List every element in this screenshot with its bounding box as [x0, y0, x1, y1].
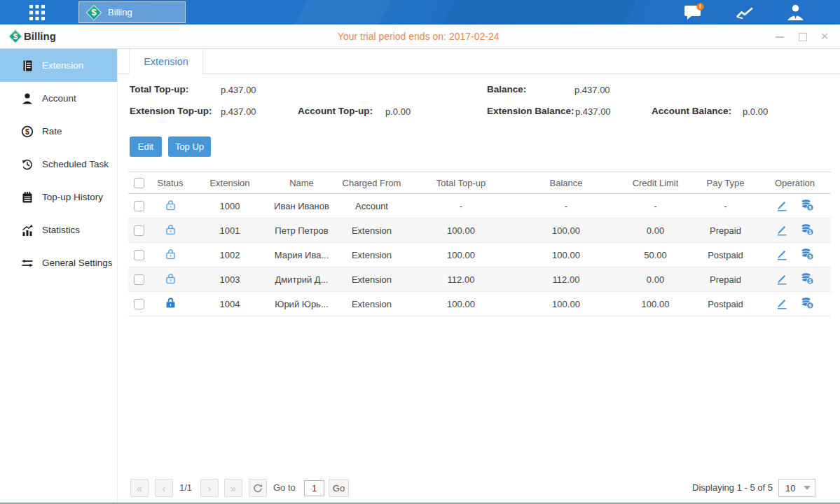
table-header-row: Status Extension Name Charged From Total…: [128, 172, 831, 194]
row-checkbox[interactable]: [134, 225, 144, 236]
sidebar-item-topup-history[interactable]: Top-up History: [0, 181, 117, 214]
next-page-button[interactable]: ›: [200, 479, 219, 497]
maximize-icon[interactable]: [797, 31, 808, 42]
taskbar-tab-billing[interactable]: $ Billing: [78, 1, 186, 23]
edit-button[interactable]: Edit: [130, 136, 162, 157]
cell-balance: 100.00: [514, 292, 619, 316]
cell-extension: 1003: [191, 267, 268, 292]
row-checkbox[interactable]: [134, 250, 144, 260]
page-size-select[interactable]: 10: [778, 479, 815, 497]
svg-text:$: $: [25, 127, 29, 135]
lock-status-icon[interactable]: [164, 198, 177, 211]
first-page-button[interactable]: «: [130, 479, 149, 497]
balance-value: p.437.00: [574, 85, 610, 95]
cell-name: Юрий Юрь...: [268, 292, 335, 316]
sidebar-item-rate[interactable]: $ Rate: [0, 115, 117, 148]
lock-status-icon[interactable]: [164, 272, 177, 285]
monitor-chart-icon[interactable]: [734, 4, 756, 22]
top-up-button[interactable]: Top Up: [168, 136, 211, 157]
lock-status-icon[interactable]: [164, 247, 177, 260]
cell-pay-type: Postpaid: [692, 292, 759, 316]
unlocked-icon: [164, 223, 177, 236]
cell-name: Дмитрий Д...: [268, 267, 335, 292]
last-page-button[interactable]: »: [224, 479, 242, 497]
apps-grid-icon[interactable]: [21, 4, 53, 22]
notifications-icon[interactable]: !: [683, 4, 705, 22]
unlocked-icon: [164, 272, 177, 285]
row-checkbox[interactable]: [134, 201, 144, 211]
close-icon[interactable]: ✕: [819, 31, 830, 42]
prev-page-button[interactable]: ‹: [155, 479, 173, 497]
sidebar-item-extension[interactable]: Extension: [0, 49, 117, 82]
refresh-button[interactable]: [249, 479, 267, 497]
locked-icon: [164, 296, 177, 309]
edit-pencil-icon[interactable]: [776, 223, 788, 236]
edit-pencil-icon[interactable]: [776, 272, 788, 285]
topup-coins-icon[interactable]: $: [801, 272, 814, 285]
sliders-icon: [21, 257, 34, 270]
topup-coins-icon[interactable]: $: [801, 199, 814, 211]
refresh-icon: [253, 483, 263, 493]
edit-pencil-icon[interactable]: [776, 199, 788, 211]
ledger-icon: [21, 59, 34, 72]
sidebar-item-label: Statistics: [42, 225, 80, 235]
col-extension: Extension: [191, 172, 268, 194]
unlocked-icon: [164, 198, 177, 211]
lock-status-icon[interactable]: [164, 296, 177, 309]
grid-icon: [28, 4, 46, 22]
person-icon: [21, 92, 34, 105]
tab-extension[interactable]: Extension: [129, 49, 203, 74]
sidebar-item-general-settings[interactable]: General Settings: [0, 246, 117, 279]
chevron-down-icon: [804, 486, 811, 490]
goto-page-input[interactable]: [304, 480, 324, 496]
account-topup-label: Account Top-up:: [298, 106, 373, 116]
cell-credit-limit: 50.00: [619, 243, 692, 267]
edit-pencil-icon[interactable]: [776, 248, 788, 260]
svg-text:!: !: [699, 3, 701, 10]
row-checkbox[interactable]: [134, 274, 144, 285]
cell-name: Петр Петров: [268, 218, 335, 243]
sidebar-item-label: Top-up History: [42, 192, 103, 202]
extension-balance-value: p.437.00: [575, 106, 611, 117]
account-topup-value: p.0.00: [385, 106, 411, 117]
cell-total-topup: 100.00: [408, 218, 514, 243]
topup-coins-icon[interactable]: $: [801, 297, 814, 309]
col-charged-from: Charged From: [335, 172, 408, 194]
col-total-topup: Total Top-up: [408, 172, 514, 194]
extension-balance-label: Extension Balance:: [487, 106, 574, 116]
cell-extension: 1004: [191, 292, 268, 316]
select-all-checkbox[interactable]: [134, 178, 144, 188]
cell-charged-from: Extension: [335, 243, 408, 267]
cell-credit-limit: 0.00: [619, 218, 692, 243]
cell-total-topup: 112.00: [408, 267, 514, 292]
minimize-icon[interactable]: [774, 31, 785, 42]
user-account-icon[interactable]: [784, 4, 806, 22]
pagination-bar: « ‹ 1/1 › » Go to Go Displaying 1 - 5 of…: [118, 479, 840, 500]
sidebar-item-scheduled-task[interactable]: Scheduled Task: [0, 148, 117, 181]
topup-coins-icon[interactable]: $: [801, 248, 814, 260]
cell-pay-type: Prepaid: [692, 218, 759, 243]
col-operation: Operation: [759, 172, 831, 194]
sidebar-item-account[interactable]: Account: [0, 82, 117, 115]
cell-total-topup: 100.00: [408, 243, 514, 267]
row-checkbox[interactable]: [134, 299, 144, 309]
cell-extension: 1001: [191, 218, 268, 243]
col-pay-type: Pay Type: [692, 172, 759, 194]
table-row: 1003 Дмитрий Д... Extension 112.00 112.0…: [128, 267, 831, 292]
go-button[interactable]: Go: [329, 479, 349, 497]
cell-credit-limit: 0.00: [619, 267, 692, 292]
unlocked-icon: [164, 247, 177, 260]
window-titlebar: $ Billing Your trial period ends on: 201…: [0, 24, 840, 49]
cell-balance: 100.00: [514, 218, 619, 243]
sidebar-item-statistics[interactable]: Statistics: [0, 214, 117, 246]
balance-label: Balance:: [487, 84, 526, 94]
extension-table: Status Extension Name Charged From Total…: [128, 172, 831, 316]
cell-balance: 100.00: [514, 243, 619, 267]
cell-extension: 1002: [191, 243, 268, 267]
cell-total-topup: 100.00: [408, 292, 514, 316]
edit-pencil-icon[interactable]: [776, 297, 788, 309]
goto-label: Go to: [273, 482, 296, 493]
table-row: 1004 Юрий Юрь... Extension 100.00 100.00…: [128, 292, 831, 316]
topup-coins-icon[interactable]: $: [801, 223, 814, 236]
lock-status-icon[interactable]: [164, 223, 177, 236]
